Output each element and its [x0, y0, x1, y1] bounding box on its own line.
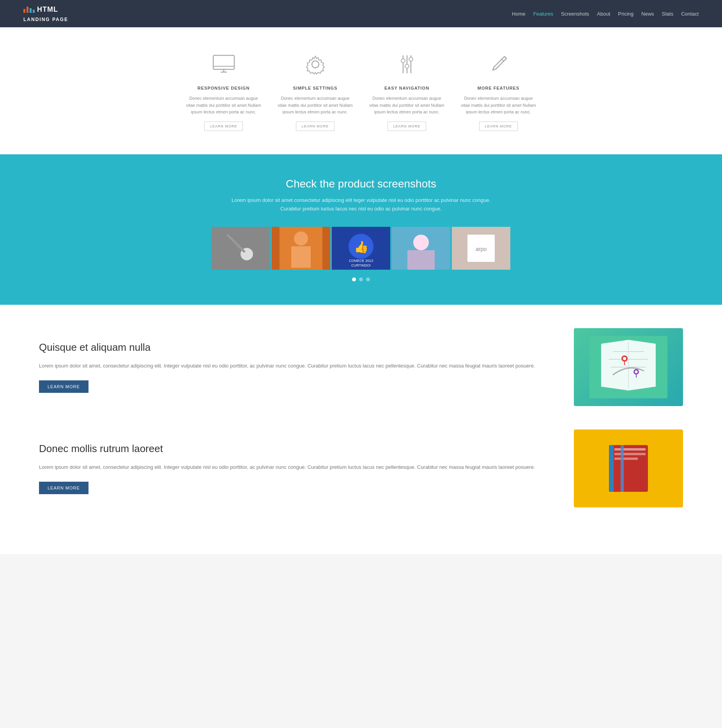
nav-item-news[interactable]: News [641, 10, 654, 17]
nav-menu: Home Features Screenshots About Pricing … [512, 10, 699, 17]
about-desc-2: Lorem ipsum dolor sit amet, consectetur … [39, 463, 550, 472]
nav-item-screenshots[interactable]: Screenshots [561, 10, 589, 17]
gallery-image-5: arpo [452, 227, 510, 270]
logo-bar-4 [33, 10, 35, 13]
gallery-image-3: 👍 COMECE 2013 CURTINDO! [332, 227, 390, 270]
nav-link-home[interactable]: Home [512, 11, 526, 17]
feature-more-title: MORE FEATURES [460, 86, 536, 90]
about-desc-1: Lorem ipsum dolor sit amet, consectetur … [39, 361, 550, 370]
about-row-2: Donec mollis rutrum laoreet Lorem ipsum … [39, 429, 683, 507]
screenshots-section: Check the product screenshots Lorem ipsu… [0, 154, 722, 305]
about-row-1: Quisque et aliquam nulla Lorem ipsum dol… [39, 328, 683, 406]
svg-text:👍: 👍 [354, 240, 369, 254]
nav-item-contact[interactable]: Contact [681, 10, 699, 17]
feature-settings-desc: Donec elementum accumsan augue vitae mat… [277, 95, 353, 116]
screenshots-gallery: 👍 COMECE 2013 CURTINDO! arpo [16, 227, 706, 270]
logo-bar-1 [23, 9, 25, 13]
svg-point-26 [413, 235, 429, 250]
feature-responsive-title: RESPONSIVE DESIGN [186, 86, 262, 90]
about-btn-1[interactable]: LEARN MORE [39, 380, 88, 393]
gallery-item-5[interactable]: arpo [452, 227, 510, 270]
nav-item-stats[interactable]: Stats [662, 10, 674, 17]
svg-text:COMECE 2013: COMECE 2013 [349, 259, 373, 263]
feature-settings-btn[interactable]: LEARN MORE [296, 122, 335, 131]
svg-rect-45 [609, 445, 614, 492]
nav-item-about[interactable]: About [597, 10, 610, 17]
svg-text:CURTINDO!: CURTINDO! [351, 263, 371, 267]
svg-rect-49 [621, 445, 624, 492]
feature-navigation-title: EASY NAVIGATION [369, 86, 445, 90]
svg-point-41 [635, 370, 638, 373]
feature-settings-title: SIMPLE SETTINGS [277, 86, 353, 90]
screenshots-title: Check the product screenshots [16, 178, 706, 190]
feature-settings: SIMPLE SETTINGS Donec elementum accumsan… [277, 51, 353, 131]
svg-point-38 [623, 357, 626, 360]
svg-rect-46 [614, 448, 646, 451]
about-btn-2[interactable]: LEARN MORE [39, 482, 88, 494]
gallery-image-1 [212, 227, 270, 270]
logo-bar-2 [27, 7, 28, 13]
svg-point-10 [405, 64, 409, 68]
about-title-2: Donec mollis rutrum laoreet [39, 443, 550, 455]
dot-1[interactable] [352, 277, 356, 281]
nav-item-features[interactable]: Features [533, 10, 553, 17]
feature-responsive-btn[interactable]: LEARN MORE [204, 122, 243, 131]
logo-bar-3 [30, 8, 32, 13]
nav-link-contact[interactable]: Contact [681, 11, 699, 17]
feature-navigation-desc: Donec elementum accumsan augue vitae mat… [369, 95, 445, 116]
monitor-icon [210, 51, 237, 78]
brand: HTML LANDING PAGE [23, 5, 68, 22]
svg-point-9 [401, 59, 405, 63]
gallery-image-2 [272, 227, 330, 270]
about-text-2: Donec mollis rutrum laoreet Lorem ipsum … [39, 443, 550, 494]
nav-link-pricing[interactable]: Pricing [618, 11, 634, 17]
nav-link-stats[interactable]: Stats [662, 11, 674, 17]
about-text-1: Quisque et aliquam nulla Lorem ipsum dol… [39, 341, 550, 392]
about-image-1 [574, 328, 683, 406]
feature-responsive-desc: Donec elementum accumsan augue vitae mat… [186, 95, 262, 116]
logo: HTML [23, 5, 58, 14]
gallery-item-4[interactable] [392, 227, 450, 270]
svg-rect-44 [609, 445, 648, 492]
svg-point-18 [294, 231, 308, 246]
svg-point-11 [409, 57, 413, 61]
pencil-icon [485, 51, 512, 78]
dot-3[interactable] [366, 277, 370, 281]
map-illustration [574, 328, 683, 406]
dot-2[interactable] [359, 277, 363, 281]
carousel-dots [16, 277, 706, 281]
screenshots-desc: Lorem ipsum dolor sit amet consectetur a… [16, 196, 706, 213]
nav-link-news[interactable]: News [641, 11, 654, 17]
nav-link-features[interactable]: Features [533, 11, 553, 17]
nav-item-home[interactable]: Home [512, 10, 526, 17]
svg-rect-48 [614, 458, 638, 460]
svg-rect-27 [407, 250, 435, 270]
svg-text:arpo: arpo [476, 246, 487, 252]
gallery-item-3[interactable]: 👍 COMECE 2013 CURTINDO! [332, 227, 390, 270]
sliders-icon [393, 51, 421, 78]
nav-link-about[interactable]: About [597, 11, 610, 17]
feature-navigation: EASY NAVIGATION Donec elementum accumsan… [369, 51, 445, 131]
nav-item-pricing[interactable]: Pricing [618, 10, 634, 17]
svg-rect-19 [291, 246, 311, 268]
gallery-image-4 [392, 227, 450, 270]
svg-point-5 [312, 61, 319, 68]
feature-more-desc: Donec elementum accumsan augue vitae mat… [460, 95, 536, 116]
gallery-item-1[interactable] [212, 227, 270, 270]
nav-link-screenshots[interactable]: Screenshots [561, 11, 589, 17]
brand-name: HTML [37, 5, 58, 14]
feature-more: MORE FEATURES Donec elementum accumsan a… [460, 51, 536, 131]
gear-icon [302, 51, 329, 78]
features-section: RESPONSIVE DESIGN Donec elementum accums… [0, 27, 722, 154]
navbar: HTML LANDING PAGE Home Features Screensh… [0, 0, 722, 27]
about-section: Quisque et aliquam nulla Lorem ipsum dol… [0, 305, 722, 554]
wallet-illustration [574, 429, 683, 507]
svg-line-12 [502, 59, 504, 61]
feature-more-btn[interactable]: LEARN MORE [479, 122, 518, 131]
logo-bars-icon [23, 6, 35, 13]
brand-subtitle: LANDING PAGE [23, 17, 68, 22]
gallery-item-2[interactable] [272, 227, 330, 270]
feature-navigation-btn[interactable]: LEARN MORE [388, 122, 426, 131]
svg-rect-47 [614, 453, 646, 455]
about-image-2 [574, 429, 683, 507]
